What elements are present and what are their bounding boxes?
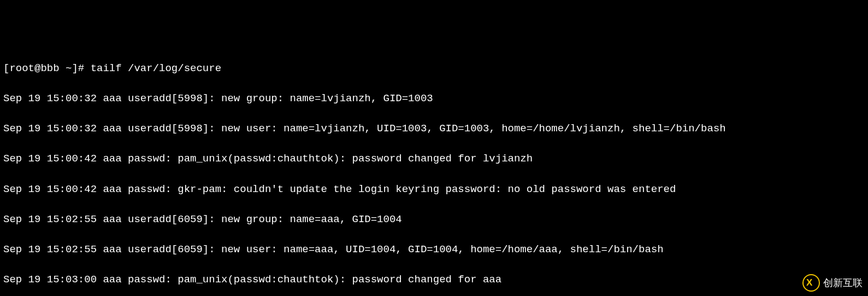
prompt-text: [root@bbb ~]# tailf /var/log/secure [3, 62, 221, 74]
log-line: Sep 19 15:00:32 aaa useradd[5998]: new u… [3, 121, 865, 137]
watermark-logo: 创新互联 [802, 274, 863, 292]
log-line: Sep 19 15:03:00 aaa passwd: pam_unix(pas… [3, 272, 865, 288]
logo-mark-icon [802, 274, 820, 292]
log-line: Sep 19 15:00:42 aaa passwd: gkr-pam: cou… [3, 182, 865, 198]
log-line: Sep 19 15:02:55 aaa useradd[6059]: new g… [3, 212, 865, 228]
log-line: Sep 19 15:00:42 aaa passwd: pam_unix(pas… [3, 152, 865, 167]
log-line: Sep 19 15:02:55 aaa useradd[6059]: new u… [3, 242, 865, 258]
log-line: Sep 19 15:00:32 aaa useradd[5998]: new g… [3, 91, 865, 107]
logo-text: 创新互联 [823, 276, 863, 290]
terminal-prompt-line: [root@bbb ~]# tailf /var/log/secure [3, 61, 865, 77]
